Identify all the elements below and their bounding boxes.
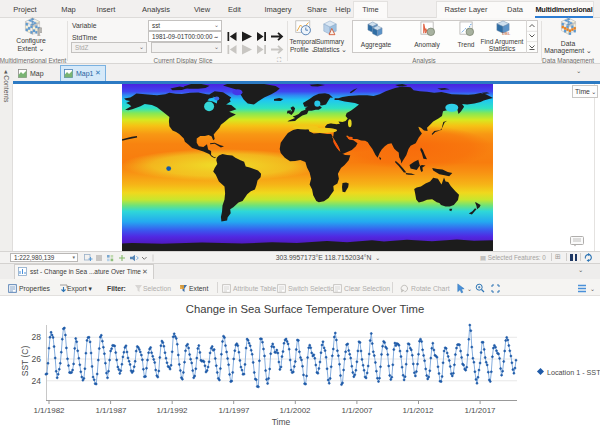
svg-text:DBL: DBL	[502, 31, 511, 36]
